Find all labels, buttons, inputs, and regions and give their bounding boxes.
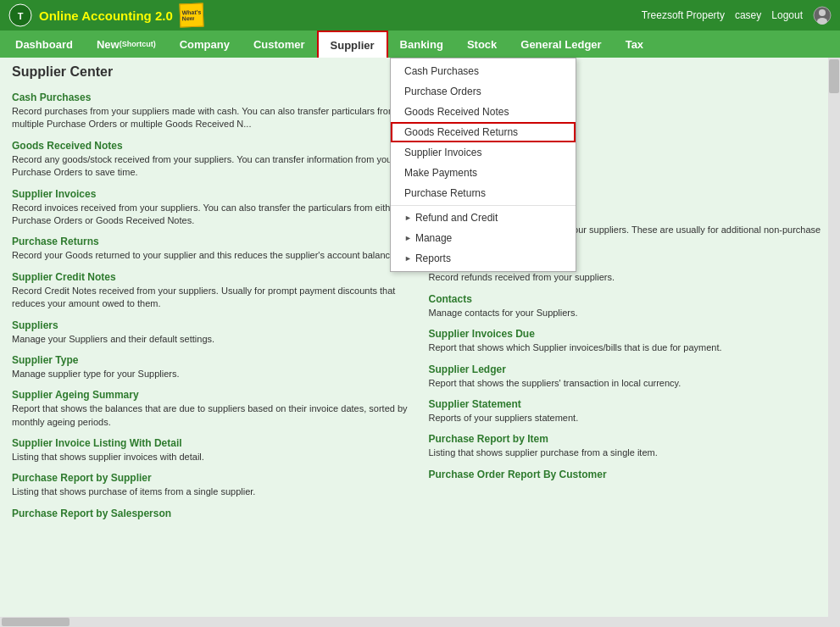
- section-purchase-report-item: Purchase Report by Item Listing that sho…: [429, 428, 829, 463]
- company-name[interactable]: Treezsoft Property: [642, 9, 725, 21]
- section-supplier-ageing: Supplier Ageing Summary Report that show…: [12, 384, 412, 432]
- dropdown-make-payments[interactable]: Make Payments: [391, 163, 576, 183]
- section-purchase-report-salesperson: Purchase Report by Salesperson: [12, 502, 412, 524]
- section-goods-received-notes: Goods Received Notes Record any goods/st…: [12, 135, 412, 183]
- dropdown-cash-purchases[interactable]: Cash Purchases: [391, 61, 576, 81]
- left-column: Cash Purchases Record purchases from you…: [12, 86, 412, 524]
- section-invoices-due: Supplier Invoices Due Report that shows …: [429, 323, 829, 358]
- nav-general-ledger[interactable]: General Ledger: [509, 31, 613, 58]
- chevron-right-icon-reports: ►: [404, 254, 412, 263]
- dropdown-goods-received-notes[interactable]: Goods Received Notes: [391, 102, 576, 122]
- top-bar-right: Treezsoft Property casey Logout: [642, 6, 832, 25]
- section-suppliers: Suppliers Manage your Suppliers and thei…: [12, 314, 412, 349]
- top-bar: T Online Accounting 2.0 What'sNew Treezs…: [0, 0, 840, 31]
- svg-point-4: [817, 18, 827, 25]
- svg-text:T: T: [18, 11, 24, 21]
- vertical-scrollbar[interactable]: [828, 58, 840, 617]
- dropdown-divider-1: [391, 205, 576, 206]
- section-contacts: Contacts Manage contacts for your Suppli…: [429, 288, 829, 323]
- dropdown-manage[interactable]: ►Manage: [391, 228, 576, 248]
- nav-stock[interactable]: Stock: [455, 31, 509, 58]
- section-supplier-credit-notes: Supplier Credit Notes Record Credit Note…: [12, 266, 412, 314]
- nav-banking[interactable]: Banking: [388, 31, 455, 58]
- supplier-dropdown-menu: Cash Purchases Purchase Orders Goods Rec…: [390, 58, 576, 272]
- dropdown-reports[interactable]: ►Reports: [391, 248, 576, 269]
- section-purchase-order-report-customer: Purchase Order Report By Customer: [429, 463, 829, 486]
- dropdown-purchase-returns[interactable]: Purchase Returns: [391, 183, 576, 203]
- section-cash-purchases: Cash Purchases Record purchases from you…: [12, 86, 412, 135]
- logout-button[interactable]: Logout: [771, 9, 803, 21]
- hscroll-thumb[interactable]: [2, 618, 70, 626]
- section-purchase-report-supplier: Purchase Report by Supplier Listing that…: [12, 467, 412, 502]
- app-name: Online Accounting 2.0: [39, 8, 173, 23]
- nav-customer[interactable]: Customer: [242, 31, 317, 58]
- section-supplier-type: Supplier Type Manage supplier type for y…: [12, 349, 412, 384]
- dropdown-purchase-orders[interactable]: Purchase Orders: [391, 81, 576, 102]
- section-supplier-ledger: Supplier Ledger Report that shows the su…: [429, 358, 829, 393]
- nav-company[interactable]: Company: [168, 31, 242, 58]
- nav-new[interactable]: New(Shortcut): [85, 31, 168, 58]
- chevron-right-icon-manage: ►: [404, 234, 412, 242]
- nav-tax[interactable]: Tax: [614, 31, 655, 58]
- nav-supplier[interactable]: Supplier: [317, 31, 388, 58]
- section-purchase-returns: Purchase Returns Record your Goods retur…: [12, 230, 412, 265]
- dropdown-refund-and-credit[interactable]: ►Refund and Credit: [391, 208, 576, 228]
- top-bar-left: T Online Accounting 2.0 What'sNew: [8, 3, 203, 27]
- horizontal-scrollbar[interactable]: [0, 617, 840, 627]
- section-supplier-invoices: Supplier Invoices Record invoices receiv…: [12, 183, 412, 231]
- chevron-right-icon: ►: [404, 214, 412, 222]
- whats-new-note[interactable]: What'sNew: [179, 3, 203, 28]
- nav-dashboard[interactable]: Dashboard: [3, 31, 85, 58]
- user-name[interactable]: casey: [735, 9, 761, 21]
- dropdown-goods-received-returns[interactable]: Goods Received Returns: [391, 122, 576, 142]
- nav-bar: Dashboard New(Shortcut) Company Customer…: [0, 31, 840, 58]
- svg-point-3: [819, 9, 826, 16]
- vscroll-thumb[interactable]: [829, 59, 839, 93]
- dropdown-supplier-invoices[interactable]: Supplier Invoices: [391, 142, 576, 163]
- treezsoft-logo: T: [8, 3, 32, 27]
- section-supplier-statement: Supplier Statement Reports of your suppl…: [429, 393, 829, 428]
- section-invoice-listing: Supplier Invoice Listing With Detail Lis…: [12, 432, 412, 467]
- user-icon: [813, 6, 832, 25]
